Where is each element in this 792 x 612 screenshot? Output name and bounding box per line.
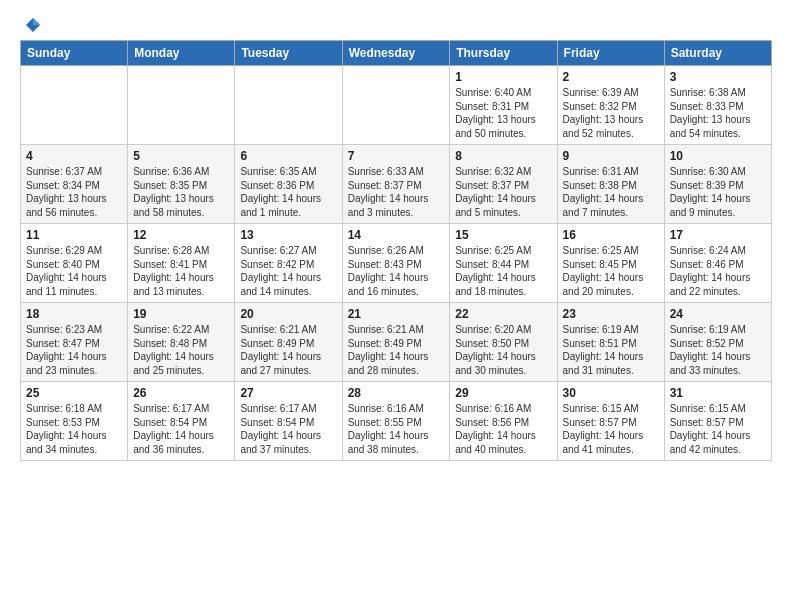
calendar-cell: 5Sunrise: 6:36 AM Sunset: 8:35 PM Daylig… <box>128 145 235 224</box>
day-number: 26 <box>133 386 229 400</box>
day-number: 18 <box>26 307 122 321</box>
day-info: Sunrise: 6:16 AM Sunset: 8:56 PM Dayligh… <box>455 402 551 456</box>
calendar-header-row: SundayMondayTuesdayWednesdayThursdayFrid… <box>21 41 772 66</box>
calendar-cell: 2Sunrise: 6:39 AM Sunset: 8:32 PM Daylig… <box>557 66 664 145</box>
calendar-cell: 23Sunrise: 6:19 AM Sunset: 8:51 PM Dayli… <box>557 303 664 382</box>
calendar-week-row: 1Sunrise: 6:40 AM Sunset: 8:31 PM Daylig… <box>21 66 772 145</box>
calendar-cell: 29Sunrise: 6:16 AM Sunset: 8:56 PM Dayli… <box>450 382 557 461</box>
calendar-cell: 19Sunrise: 6:22 AM Sunset: 8:48 PM Dayli… <box>128 303 235 382</box>
calendar-cell: 24Sunrise: 6:19 AM Sunset: 8:52 PM Dayli… <box>664 303 771 382</box>
day-info: Sunrise: 6:17 AM Sunset: 8:54 PM Dayligh… <box>133 402 229 456</box>
calendar-cell: 12Sunrise: 6:28 AM Sunset: 8:41 PM Dayli… <box>128 224 235 303</box>
calendar-week-row: 25Sunrise: 6:18 AM Sunset: 8:53 PM Dayli… <box>21 382 772 461</box>
day-info: Sunrise: 6:25 AM Sunset: 8:44 PM Dayligh… <box>455 244 551 298</box>
calendar-cell: 15Sunrise: 6:25 AM Sunset: 8:44 PM Dayli… <box>450 224 557 303</box>
day-info: Sunrise: 6:19 AM Sunset: 8:51 PM Dayligh… <box>563 323 659 377</box>
calendar-cell: 14Sunrise: 6:26 AM Sunset: 8:43 PM Dayli… <box>342 224 450 303</box>
day-number: 23 <box>563 307 659 321</box>
day-info: Sunrise: 6:17 AM Sunset: 8:54 PM Dayligh… <box>240 402 336 456</box>
day-number: 24 <box>670 307 766 321</box>
day-number: 10 <box>670 149 766 163</box>
day-info: Sunrise: 6:33 AM Sunset: 8:37 PM Dayligh… <box>348 165 445 219</box>
svg-marker-1 <box>33 18 40 25</box>
day-info: Sunrise: 6:35 AM Sunset: 8:36 PM Dayligh… <box>240 165 336 219</box>
calendar-cell: 20Sunrise: 6:21 AM Sunset: 8:49 PM Dayli… <box>235 303 342 382</box>
calendar-cell: 28Sunrise: 6:16 AM Sunset: 8:55 PM Dayli… <box>342 382 450 461</box>
day-number: 9 <box>563 149 659 163</box>
header <box>20 16 772 30</box>
day-info: Sunrise: 6:21 AM Sunset: 8:49 PM Dayligh… <box>240 323 336 377</box>
calendar-week-row: 11Sunrise: 6:29 AM Sunset: 8:40 PM Dayli… <box>21 224 772 303</box>
day-number: 2 <box>563 70 659 84</box>
page: SundayMondayTuesdayWednesdayThursdayFrid… <box>0 0 792 471</box>
calendar-cell: 16Sunrise: 6:25 AM Sunset: 8:45 PM Dayli… <box>557 224 664 303</box>
day-number: 29 <box>455 386 551 400</box>
day-number: 4 <box>26 149 122 163</box>
day-number: 11 <box>26 228 122 242</box>
day-info: Sunrise: 6:32 AM Sunset: 8:37 PM Dayligh… <box>455 165 551 219</box>
day-info: Sunrise: 6:15 AM Sunset: 8:57 PM Dayligh… <box>563 402 659 456</box>
calendar-cell: 25Sunrise: 6:18 AM Sunset: 8:53 PM Dayli… <box>21 382 128 461</box>
day-number: 17 <box>670 228 766 242</box>
day-info: Sunrise: 6:19 AM Sunset: 8:52 PM Dayligh… <box>670 323 766 377</box>
day-info: Sunrise: 6:37 AM Sunset: 8:34 PM Dayligh… <box>26 165 122 219</box>
day-number: 5 <box>133 149 229 163</box>
day-number: 28 <box>348 386 445 400</box>
day-number: 27 <box>240 386 336 400</box>
day-info: Sunrise: 6:22 AM Sunset: 8:48 PM Dayligh… <box>133 323 229 377</box>
calendar-cell: 11Sunrise: 6:29 AM Sunset: 8:40 PM Dayli… <box>21 224 128 303</box>
day-of-week-header: Tuesday <box>235 41 342 66</box>
calendar-cell: 26Sunrise: 6:17 AM Sunset: 8:54 PM Dayli… <box>128 382 235 461</box>
day-number: 14 <box>348 228 445 242</box>
calendar-cell: 30Sunrise: 6:15 AM Sunset: 8:57 PM Dayli… <box>557 382 664 461</box>
day-number: 21 <box>348 307 445 321</box>
day-number: 16 <box>563 228 659 242</box>
day-number: 6 <box>240 149 336 163</box>
logo-icon <box>24 16 42 34</box>
day-number: 30 <box>563 386 659 400</box>
day-info: Sunrise: 6:16 AM Sunset: 8:55 PM Dayligh… <box>348 402 445 456</box>
day-of-week-header: Saturday <box>664 41 771 66</box>
day-info: Sunrise: 6:27 AM Sunset: 8:42 PM Dayligh… <box>240 244 336 298</box>
calendar-cell: 27Sunrise: 6:17 AM Sunset: 8:54 PM Dayli… <box>235 382 342 461</box>
calendar-cell: 3Sunrise: 6:38 AM Sunset: 8:33 PM Daylig… <box>664 66 771 145</box>
calendar-week-row: 4Sunrise: 6:37 AM Sunset: 8:34 PM Daylig… <box>21 145 772 224</box>
calendar-cell: 22Sunrise: 6:20 AM Sunset: 8:50 PM Dayli… <box>450 303 557 382</box>
day-info: Sunrise: 6:39 AM Sunset: 8:32 PM Dayligh… <box>563 86 659 140</box>
day-info: Sunrise: 6:38 AM Sunset: 8:33 PM Dayligh… <box>670 86 766 140</box>
day-number: 1 <box>455 70 551 84</box>
day-info: Sunrise: 6:28 AM Sunset: 8:41 PM Dayligh… <box>133 244 229 298</box>
day-info: Sunrise: 6:24 AM Sunset: 8:46 PM Dayligh… <box>670 244 766 298</box>
calendar-cell: 31Sunrise: 6:15 AM Sunset: 8:57 PM Dayli… <box>664 382 771 461</box>
logo <box>20 16 42 30</box>
day-of-week-header: Monday <box>128 41 235 66</box>
calendar-cell: 1Sunrise: 6:40 AM Sunset: 8:31 PM Daylig… <box>450 66 557 145</box>
day-info: Sunrise: 6:36 AM Sunset: 8:35 PM Dayligh… <box>133 165 229 219</box>
calendar-cell: 21Sunrise: 6:21 AM Sunset: 8:49 PM Dayli… <box>342 303 450 382</box>
calendar-cell: 17Sunrise: 6:24 AM Sunset: 8:46 PM Dayli… <box>664 224 771 303</box>
day-number: 22 <box>455 307 551 321</box>
calendar-cell: 18Sunrise: 6:23 AM Sunset: 8:47 PM Dayli… <box>21 303 128 382</box>
day-info: Sunrise: 6:26 AM Sunset: 8:43 PM Dayligh… <box>348 244 445 298</box>
calendar-cell <box>235 66 342 145</box>
day-info: Sunrise: 6:30 AM Sunset: 8:39 PM Dayligh… <box>670 165 766 219</box>
day-of-week-header: Wednesday <box>342 41 450 66</box>
day-info: Sunrise: 6:18 AM Sunset: 8:53 PM Dayligh… <box>26 402 122 456</box>
calendar-cell: 7Sunrise: 6:33 AM Sunset: 8:37 PM Daylig… <box>342 145 450 224</box>
day-of-week-header: Friday <box>557 41 664 66</box>
day-number: 15 <box>455 228 551 242</box>
calendar-cell: 8Sunrise: 6:32 AM Sunset: 8:37 PM Daylig… <box>450 145 557 224</box>
day-info: Sunrise: 6:21 AM Sunset: 8:49 PM Dayligh… <box>348 323 445 377</box>
calendar-cell: 4Sunrise: 6:37 AM Sunset: 8:34 PM Daylig… <box>21 145 128 224</box>
day-number: 19 <box>133 307 229 321</box>
day-number: 13 <box>240 228 336 242</box>
day-number: 20 <box>240 307 336 321</box>
calendar-cell <box>342 66 450 145</box>
day-number: 3 <box>670 70 766 84</box>
day-number: 31 <box>670 386 766 400</box>
day-number: 12 <box>133 228 229 242</box>
day-info: Sunrise: 6:29 AM Sunset: 8:40 PM Dayligh… <box>26 244 122 298</box>
calendar-cell: 13Sunrise: 6:27 AM Sunset: 8:42 PM Dayli… <box>235 224 342 303</box>
calendar-cell <box>128 66 235 145</box>
day-of-week-header: Sunday <box>21 41 128 66</box>
